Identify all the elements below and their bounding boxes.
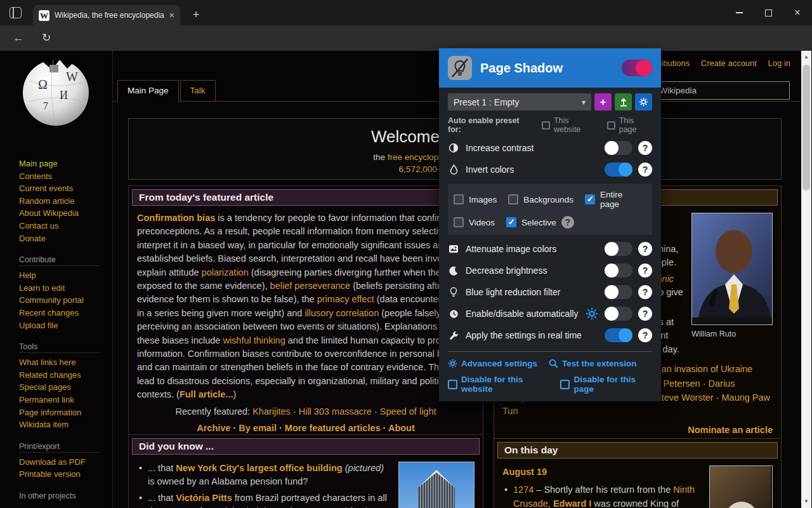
inline-link[interactable]: 1274 [513, 485, 534, 495]
help-icon[interactable]: ? [638, 163, 652, 177]
sidebar-link-page-information[interactable]: Page information [19, 406, 112, 419]
sidebar-link-about-wikipedia[interactable]: About Wikipedia [19, 207, 112, 220]
sidebar-link-printable-version[interactable]: Printable version [19, 468, 112, 481]
blue-light-filter-toggle[interactable] [605, 285, 632, 299]
help-icon[interactable]: ? [638, 285, 652, 299]
dyk-item: ... that Victória Pitts from Brazil port… [137, 491, 475, 508]
test-extension-link[interactable]: Test the extension [549, 359, 637, 368]
inline-link[interactable]: polarization [202, 267, 249, 277]
real-time-toggle[interactable] [605, 328, 632, 342]
inline-link[interactable]: Archive [197, 423, 230, 433]
invert-colors-toggle[interactable] [605, 163, 632, 177]
tab-actions-icon[interactable] [10, 7, 22, 18]
inline-link[interactable]: Victória Pitts [176, 493, 232, 503]
preset-settings-button[interactable] [635, 93, 652, 110]
browser-tab[interactable]: W Wikipedia, the free encyclopedia × [33, 5, 180, 25]
tab-talk[interactable]: Talk [180, 80, 216, 101]
create-account-link[interactable]: Create account [701, 58, 757, 68]
invert-images-checkbox[interactable] [454, 194, 464, 204]
log-in-link[interactable]: Log in [768, 58, 790, 68]
invert-entire-page-checkbox[interactable] [585, 194, 595, 204]
inline-link[interactable]: belief perseverance [270, 281, 351, 291]
back-button[interactable]: ← [10, 30, 27, 46]
extension-master-toggle[interactable] [622, 60, 652, 76]
inline-text: · [230, 423, 239, 433]
inline-link[interactable]: Confirmation bias [137, 213, 215, 223]
close-button[interactable]: × [783, 0, 812, 25]
popup-title: Page Shadow [480, 61, 622, 76]
sidebar-link-donate[interactable]: Donate [19, 232, 112, 245]
inline-link[interactable]: New York City's largest office building [176, 463, 342, 473]
refresh-button[interactable]: ↻ [38, 30, 55, 46]
load-preset-button[interactable] [615, 93, 632, 110]
sidebar-link-learn-to-edit[interactable]: Learn to edit [19, 282, 112, 295]
disable-for-website-checkbox[interactable]: Disable for this website [448, 375, 550, 394]
tab-close-icon[interactable]: × [169, 11, 174, 20]
help-icon[interactable]: ? [638, 307, 652, 321]
attenuate-image-colors-toggle[interactable] [605, 242, 632, 256]
sidebar-link-download-as-pdf[interactable]: Download as PDF [19, 456, 112, 469]
inline-link[interactable]: Edward I [553, 498, 591, 508]
inline-link[interactable]: Kharijites [252, 406, 291, 417]
advanced-settings-link[interactable]: Advanced settings [448, 359, 537, 368]
auto-enable-this-page-checkbox[interactable] [607, 121, 615, 130]
inline-link[interactable]: About [388, 423, 415, 433]
inline-text: · [372, 406, 380, 417]
sidebar-link-wikidata-item[interactable]: Wikidata item [19, 418, 112, 431]
scrollbar-thumb[interactable] [802, 65, 810, 190]
page-scrollbar[interactable]: ▲ ▼ [801, 51, 811, 508]
preset-select[interactable]: Preset 1 : Empty ▾ [448, 93, 591, 110]
scroll-up-icon[interactable]: ▲ [801, 52, 811, 62]
new-tab-button[interactable]: + [188, 6, 204, 23]
inline-link[interactable]: Steve Worster [655, 392, 714, 403]
increase-contrast-toggle[interactable] [605, 141, 632, 155]
inline-link[interactable]: primacy effect [317, 294, 374, 304]
sidebar-link-random-article[interactable]: Random article [19, 195, 112, 208]
sidebar-link-current-events[interactable]: Current events [19, 182, 112, 195]
help-icon[interactable]: ? [638, 242, 652, 256]
sidebar-link-contents[interactable]: Contents [19, 170, 112, 183]
sidebar-link-permanent-link[interactable]: Permanent link [19, 394, 112, 406]
sidebar-link-recent-changes[interactable]: Recent changes [19, 307, 112, 319]
sidebar-link-special-pages[interactable]: Special pages [19, 381, 112, 394]
sidebar-link-contact-us[interactable]: Contact us [19, 220, 112, 232]
sidebar-link-help[interactable]: Help [19, 269, 112, 282]
inline-link[interactable]: Speed of light [380, 406, 436, 417]
inline-link[interactable]: Full article... [180, 389, 233, 399]
auto-enable-this-website-checkbox[interactable] [542, 121, 550, 130]
inline-link[interactable]: By email [239, 423, 277, 433]
inline-link[interactable]: free [388, 152, 402, 162]
disable-for-page-checkbox[interactable]: Disable for this page [560, 375, 652, 394]
sidebar-link-upload-file[interactable]: Upload file [19, 319, 112, 332]
decrease-brightness-toggle[interactable] [605, 264, 632, 277]
inline-link[interactable]: Hill 303 massacre [299, 406, 372, 417]
scroll-down-icon[interactable]: ▼ [801, 497, 811, 507]
enable-automatically-toggle[interactable] [605, 307, 632, 321]
wikipedia-favicon: W [39, 10, 49, 21]
inline-link[interactable]: 6,572,000+ [399, 164, 442, 174]
minimize-button[interactable] [724, 0, 754, 25]
invert-backgrounds-checkbox[interactable] [508, 194, 518, 204]
help-icon[interactable]: ? [638, 328, 652, 342]
nominate-article-link[interactable]: Nominate an article [688, 425, 773, 435]
sidebar-link-what-links-here[interactable]: What links here [19, 356, 112, 369]
wikipedia-globe-logo[interactable]: W Ω И 7 [20, 56, 91, 127]
inline-link[interactable]: More featured articles [285, 423, 381, 433]
sidebar-link-related-changes[interactable]: Related changes [19, 369, 112, 382]
maximize-button[interactable] [754, 0, 783, 25]
help-icon[interactable]: ? [638, 141, 652, 155]
help-icon[interactable]: ? [561, 216, 574, 229]
toggle-row-blue-light-filter: Blue light reduction filter ? [448, 284, 652, 300]
help-icon[interactable]: ? [638, 264, 652, 277]
auto-enable-settings-gear-icon[interactable] [586, 307, 598, 320]
sidebar-link-community-portal[interactable]: Community portal [19, 294, 112, 307]
inline-link[interactable]: wishful thinking [223, 335, 285, 345]
invert-videos-checkbox[interactable] [454, 217, 464, 227]
add-preset-button[interactable]: + [594, 93, 612, 110]
svg-text:Ω: Ω [38, 77, 48, 91]
tab-main-page[interactable]: Main Page [117, 80, 179, 102]
upload-icon [619, 98, 628, 107]
sidebar-link-main-page[interactable]: Main page [19, 157, 112, 170]
inline-link[interactable]: illusory correlation [304, 308, 379, 318]
invert-selective-checkbox[interactable] [506, 217, 516, 227]
